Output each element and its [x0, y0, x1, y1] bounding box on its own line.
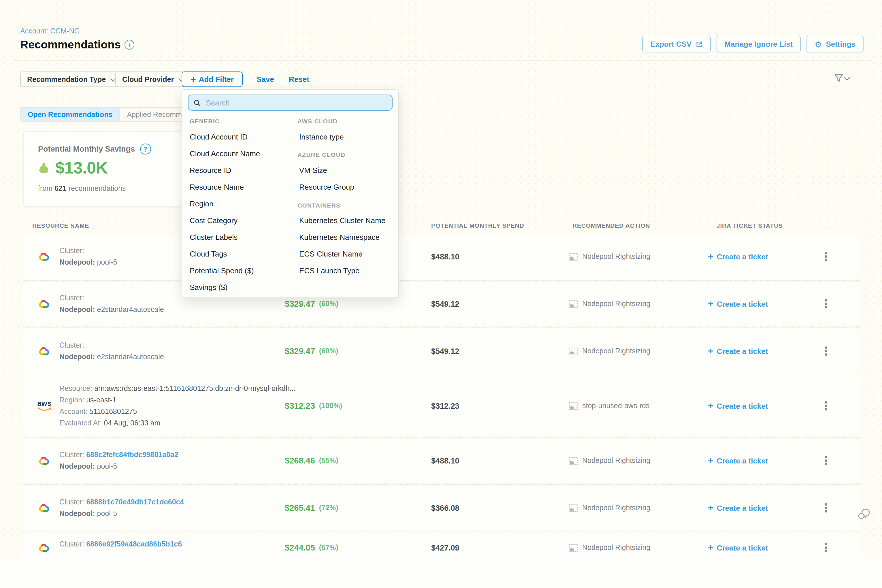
- create-ticket-button[interactable]: +Create a ticket: [708, 330, 768, 372]
- export-csv-button[interactable]: Export CSV: [642, 36, 711, 52]
- menu-item-resource-name[interactable]: Resource Name: [190, 183, 244, 191]
- help-icon[interactable]: ?: [140, 144, 151, 154]
- recommended-action-cell: Nodepool Rightsizing: [569, 439, 650, 482]
- create-ticket-button[interactable]: +Create a ticket: [708, 282, 768, 325]
- gcp-icon: [37, 282, 50, 325]
- menu-item-kubernetes-cluster-name[interactable]: Kubernetes Cluster Name: [299, 216, 386, 225]
- table-row: Cluster: 6888b1c70e49db17c1de60c4 Nodepo…: [23, 486, 860, 529]
- divider: [281, 75, 281, 84]
- create-ticket-button[interactable]: +Create a ticket: [708, 534, 768, 561]
- row-menu-button[interactable]: [822, 377, 830, 435]
- resource-info: Cluster: 6886e92f59a48cad86b5b1c6: [59, 538, 182, 550]
- recommended-action-cell: Nodepool Rightsizing: [569, 486, 650, 529]
- table-row: Cluster: Nodepool: e2standar4autoscale $…: [23, 282, 860, 325]
- spend-cell: $366.08: [431, 486, 459, 529]
- add-filter-button[interactable]: + Add Filter: [182, 72, 243, 87]
- redacted-cluster-value: [86, 293, 181, 300]
- menu-item-cost-category[interactable]: Cost Category: [190, 216, 237, 225]
- save-filter-button[interactable]: Save: [256, 72, 274, 87]
- row-divider: [23, 280, 860, 281]
- recommended-action-cell: Nodepool Rightsizing: [569, 534, 650, 561]
- cluster-link[interactable]: 688c2fefc84fbdc99801a0a2: [86, 451, 178, 459]
- cluster-link[interactable]: 6888b1c70e49db17c1de60c4: [86, 498, 184, 506]
- plus-icon: +: [708, 299, 713, 308]
- row-menu-button[interactable]: [822, 235, 830, 278]
- recommendation-type-filter[interactable]: Recommendation Type: [20, 72, 122, 87]
- menu-item-resource-group[interactable]: Resource Group: [299, 183, 354, 191]
- menu-item-cluster-labels[interactable]: Cluster Labels: [190, 233, 237, 242]
- savings-cell: $265.41(72%): [285, 486, 338, 529]
- table-row: Cluster: 688c2fefc84fbdc99801a0a2 Nodepo…: [23, 439, 860, 482]
- row-menu-button[interactable]: [822, 534, 830, 561]
- menu-item-ecs-cluster-name[interactable]: ECS Cluster Name: [299, 250, 363, 258]
- menu-item-cloud-tags[interactable]: Cloud Tags: [190, 250, 227, 258]
- row-divider: [23, 327, 860, 328]
- resource-info: Cluster: Nodepool: e2standar4autoscale: [59, 339, 181, 363]
- dropdown-section-azure-cloud: AZURE CLOUD: [297, 151, 345, 158]
- create-ticket-button[interactable]: +Create a ticket: [708, 235, 768, 278]
- menu-item-region[interactable]: Region: [190, 200, 213, 208]
- page-title: Recommendations: [20, 38, 121, 51]
- broken-image-icon: [569, 504, 578, 512]
- plus-icon: +: [708, 346, 713, 356]
- dropdown-section-containers: CONTAINERS: [297, 202, 340, 208]
- menu-item-kubernetes-namespace[interactable]: Kubernetes Namespace: [299, 233, 380, 242]
- plus-icon: +: [708, 401, 713, 411]
- recommendations-page: Account: CCM-NG Recommendations i Export…: [0, 0, 882, 588]
- breadcrumb-account[interactable]: Account: CCM-NG: [20, 27, 80, 35]
- create-ticket-button[interactable]: +Create a ticket: [708, 377, 768, 435]
- menu-item-instance-type[interactable]: Instance type: [299, 133, 344, 141]
- reset-filter-button[interactable]: Reset: [289, 72, 309, 87]
- table-row: Cluster: Nodepool: pool-5 $488.10 Nodepo…: [23, 235, 860, 278]
- cluster-link[interactable]: 6886e92f59a48cad86b5b1c6: [86, 540, 182, 548]
- broken-image-icon: [569, 402, 578, 410]
- menu-item-cloud-account-name[interactable]: Cloud Account Name: [190, 149, 260, 158]
- column-header-jira-ticket-status: JIRA TICKET STATUS: [717, 222, 783, 229]
- money-bag-icon: [37, 162, 51, 174]
- savings-amount: $13.0K: [56, 159, 108, 177]
- info-icon[interactable]: i: [125, 40, 135, 50]
- menu-item-cloud-account-id[interactable]: Cloud Account ID: [190, 133, 248, 141]
- menu-item-resource-id[interactable]: Resource ID: [190, 166, 231, 175]
- tab-open-recommendations[interactable]: Open Recommendations: [21, 108, 120, 121]
- table-row: aws Resource: arn:aws:rds:us-east-1:5116…: [23, 377, 860, 435]
- cloud-provider-filter[interactable]: Cloud Provider: [115, 72, 190, 87]
- spend-cell: $549.12: [431, 282, 459, 325]
- recommended-action-cell: Nodepool Rightsizing: [569, 282, 650, 325]
- savings-card-title: Potential Monthly Savings: [38, 145, 135, 153]
- row-divider: [23, 531, 860, 532]
- savings-cell: $312.23(100%): [285, 377, 342, 435]
- row-menu-button[interactable]: [822, 439, 830, 482]
- row-menu-button[interactable]: [822, 330, 830, 372]
- menu-item-potential-spend[interactable]: Potential Spend ($): [190, 266, 254, 275]
- settings-button[interactable]: ⚙ Settings: [807, 36, 864, 52]
- page-title-row: Recommendations i: [20, 38, 135, 51]
- row-menu-button[interactable]: [822, 486, 830, 529]
- plus-icon: +: [708, 252, 713, 261]
- spend-cell: $312.23: [431, 377, 459, 435]
- resource-info: Cluster: 6888b1c70e49db17c1de60c4 Nodepo…: [59, 496, 184, 519]
- spend-cell: $549.12: [431, 330, 459, 372]
- broken-image-icon: [569, 457, 578, 464]
- gcp-icon: [37, 330, 50, 372]
- resource-info: Resource: arn:aws:rds:us-east-1:51161680…: [59, 383, 296, 429]
- broken-image-icon: [569, 347, 578, 355]
- row-menu-button[interactable]: [822, 282, 830, 325]
- spend-cell: $488.10: [431, 439, 459, 482]
- chevron-down-icon: [844, 74, 850, 80]
- column-header-potential-monthly-spend: POTENTIAL MONTHLY SPEND: [431, 222, 524, 229]
- manage-ignore-list-button[interactable]: Manage Ignore List: [716, 36, 801, 52]
- recommended-action-cell: Nodepool Rightsizing: [569, 330, 650, 372]
- support-chat-icon[interactable]: [856, 507, 870, 524]
- menu-item-ecs-launch-type[interactable]: ECS Launch Type: [299, 266, 359, 275]
- content-right-border: [872, 17, 872, 558]
- recommended-action-cell: Nodepool Rightsizing: [569, 235, 650, 278]
- create-ticket-button[interactable]: +Create a ticket: [708, 486, 768, 529]
- gear-icon: ⚙: [814, 40, 822, 48]
- filter-panel-toggle[interactable]: [834, 74, 849, 82]
- search-input[interactable]: [205, 98, 387, 108]
- menu-item-savings[interactable]: Savings ($): [190, 283, 228, 292]
- menu-item-vm-size[interactable]: VM Size: [299, 166, 327, 175]
- create-ticket-button[interactable]: +Create a ticket: [708, 439, 768, 482]
- savings-card-title-row: Potential Monthly Savings ?: [38, 144, 151, 154]
